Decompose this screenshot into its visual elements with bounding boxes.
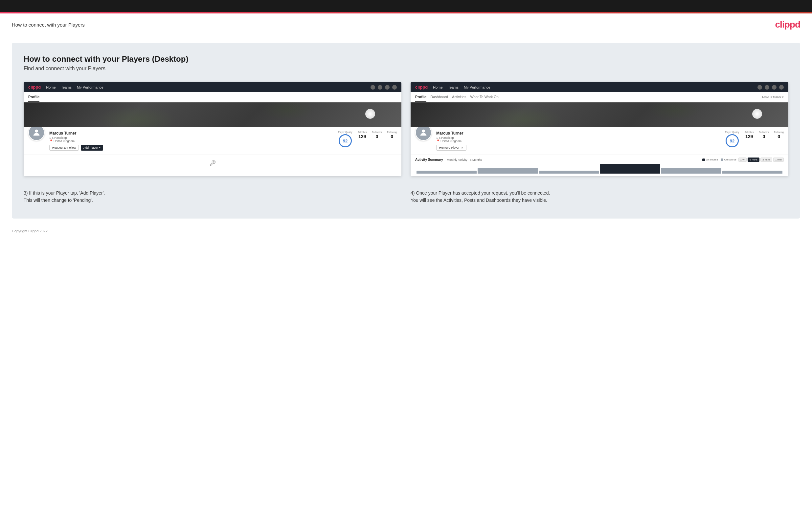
activity-legend-2: On course Off course bbox=[702, 158, 737, 161]
legend-on-label: On course bbox=[706, 158, 718, 161]
player-quality-circle-2: 92 bbox=[726, 134, 739, 147]
nav-teams-2[interactable]: Teams bbox=[448, 85, 459, 89]
globe-icon-2[interactable] bbox=[779, 85, 784, 90]
stat-following-label-2: Following bbox=[774, 131, 784, 133]
clippd-logo: clippd bbox=[775, 19, 800, 30]
player-quality-value-1: 92 bbox=[343, 138, 348, 144]
legend-off-course: Off course bbox=[721, 158, 737, 161]
legend-on-course: On course bbox=[702, 158, 718, 161]
time-filters-2: 1 yr 6 mths 3 mths 1 mth bbox=[739, 158, 784, 162]
stat-following-2: Following 0 bbox=[774, 131, 784, 139]
screenshot-1: clippd Home Teams My Performance Profile bbox=[23, 82, 401, 176]
nav-home-2[interactable]: Home bbox=[433, 85, 443, 89]
close-icon-remove: ✕ bbox=[461, 146, 463, 149]
stat-followers-value-2: 0 bbox=[759, 134, 769, 139]
copyright-text: Copyright Clippd 2022 bbox=[12, 229, 48, 233]
description-block-right: 4) Once your Player has accepted your re… bbox=[411, 187, 789, 207]
pq-label-1: Player Quality bbox=[338, 131, 352, 133]
app-navbar-left-2: clippd Home Teams My Performance bbox=[415, 84, 491, 90]
pq-label-2: Player Quality bbox=[725, 131, 740, 133]
player-info-1: Marcus Turner 1-5 Handicap 📍 United King… bbox=[49, 131, 334, 151]
stat-following-value-2: 0 bbox=[774, 134, 784, 139]
stat-following-label-1: Following bbox=[387, 131, 397, 133]
app-tabbar-2: Profile Dashboard Activities What To Wor… bbox=[411, 92, 789, 102]
search-icon-2[interactable] bbox=[757, 85, 762, 90]
activity-period-2: Monthly Activity - 6 Months bbox=[447, 158, 482, 161]
nav-home-1[interactable]: Home bbox=[46, 85, 55, 89]
tab-dashboard-2[interactable]: Dashboard bbox=[430, 92, 448, 102]
stat-activities-value-1: 129 bbox=[358, 134, 367, 139]
location-icon-2: 📍 bbox=[436, 139, 440, 143]
location-icon-1: 📍 bbox=[49, 139, 53, 143]
app-navbar-2: clippd Home Teams My Performance bbox=[411, 82, 789, 92]
bar-3 bbox=[539, 171, 599, 174]
player-stats-2: Player Quality 92 Activities 129 Followe… bbox=[725, 131, 784, 147]
bar-6 bbox=[722, 171, 782, 174]
legend-off-dot bbox=[721, 159, 723, 161]
stat-followers-label-1: Followers bbox=[372, 131, 382, 133]
settings-icon-2[interactable] bbox=[772, 85, 776, 90]
activity-header-2: Activity Summary Monthly Activity - 6 Mo… bbox=[415, 158, 784, 162]
player-info-2: Marcus Turner 1-5 Handicap 📍 United King… bbox=[436, 131, 720, 151]
nav-myperformance-2[interactable]: My Performance bbox=[464, 85, 491, 89]
filter-3mths[interactable]: 3 mths bbox=[760, 158, 772, 162]
player-location-1: 📍 United Kingdom bbox=[49, 139, 334, 143]
nav-myperformance-1[interactable]: My Performance bbox=[77, 85, 103, 89]
remove-player-button-2[interactable]: Remove Player ✕ bbox=[436, 145, 466, 151]
mock-app-1: clippd Home Teams My Performance Profile bbox=[23, 82, 401, 171]
activity-summary-2: Activity Summary Monthly Activity - 6 Mo… bbox=[411, 155, 789, 176]
stat-activities-label-2: Activities bbox=[745, 131, 754, 133]
stat-activities-2: Activities 129 bbox=[745, 131, 754, 139]
legend-off-label: Off course bbox=[724, 158, 737, 161]
main-content: How to connect with your Players (Deskto… bbox=[12, 43, 800, 219]
player-selector-2[interactable]: Marcus Turner ▾ bbox=[762, 96, 784, 99]
bar-2 bbox=[477, 168, 538, 174]
stat-activities-value-2: 129 bbox=[745, 134, 754, 139]
section-title: How to connect with your Players (Deskto… bbox=[23, 54, 789, 64]
descriptions-row: 3) If this is your Player tap, 'Add Play… bbox=[23, 187, 789, 207]
player-action-buttons-1: Request to Follow Add Player + bbox=[49, 145, 334, 151]
description-text-left: 3) If this is your Player tap, 'Add Play… bbox=[23, 189, 401, 204]
page-header: How to connect with your Players clippd bbox=[0, 13, 812, 36]
player-handicap-2: 1-5 Handicap bbox=[436, 136, 720, 139]
player-quality-value-2: 92 bbox=[730, 138, 734, 144]
nav-teams-1[interactable]: Teams bbox=[61, 85, 71, 89]
stat-activities-1: Activities 129 bbox=[358, 131, 367, 139]
screenshot-fade-1 bbox=[23, 155, 401, 171]
player-stats-1: Player Quality 92 Activities 129 Followe… bbox=[338, 131, 397, 147]
stat-followers-1: Followers 0 bbox=[372, 131, 382, 139]
settings-icon-1[interactable] bbox=[385, 85, 390, 90]
tabs-left-2: Profile Dashboard Activities What To Wor… bbox=[415, 92, 499, 102]
app-tabbar-1: Profile bbox=[23, 92, 401, 102]
player-location-2: 📍 United Kingdom bbox=[436, 139, 720, 143]
user-icon-2[interactable] bbox=[765, 85, 769, 90]
add-player-button-1[interactable]: Add Player + bbox=[81, 145, 103, 151]
header-divider bbox=[12, 36, 800, 36]
filter-6mths[interactable]: 6 mths bbox=[748, 158, 759, 162]
stat-following-value-1: 0 bbox=[387, 134, 397, 139]
app-navbar-left-1: clippd Home Teams My Performance bbox=[28, 84, 103, 90]
request-follow-button-1[interactable]: Request to Follow bbox=[49, 145, 79, 151]
tab-profile-2[interactable]: Profile bbox=[415, 92, 426, 102]
filter-1yr[interactable]: 1 yr bbox=[739, 158, 747, 162]
tab-profile-1[interactable]: Profile bbox=[28, 92, 39, 102]
golf-hero-2 bbox=[411, 102, 789, 127]
stat-followers-value-1: 0 bbox=[372, 134, 382, 139]
activity-title-2: Activity Summary bbox=[415, 158, 443, 161]
app-logo-2: clippd bbox=[415, 84, 428, 90]
description-block-left: 3) If this is your Player tap, 'Add Play… bbox=[23, 187, 401, 207]
svg-point-1 bbox=[422, 130, 425, 132]
tab-what-to-work-on-2[interactable]: What To Work On bbox=[470, 92, 498, 102]
stat-followers-2: Followers 0 bbox=[759, 131, 769, 139]
screenshot-2: clippd Home Teams My Performance bbox=[411, 82, 789, 176]
bar-1 bbox=[416, 171, 476, 174]
svg-point-0 bbox=[35, 130, 38, 132]
search-icon-1[interactable] bbox=[370, 85, 375, 90]
globe-icon-1[interactable] bbox=[392, 85, 397, 90]
tab-activities-2[interactable]: Activities bbox=[452, 92, 466, 102]
bar-4 bbox=[600, 164, 660, 174]
stat-activities-label-1: Activities bbox=[358, 131, 367, 133]
filter-1mth[interactable]: 1 mth bbox=[773, 158, 784, 162]
user-icon-1[interactable] bbox=[378, 85, 383, 90]
screenshots-row: clippd Home Teams My Performance Profile bbox=[23, 82, 789, 176]
